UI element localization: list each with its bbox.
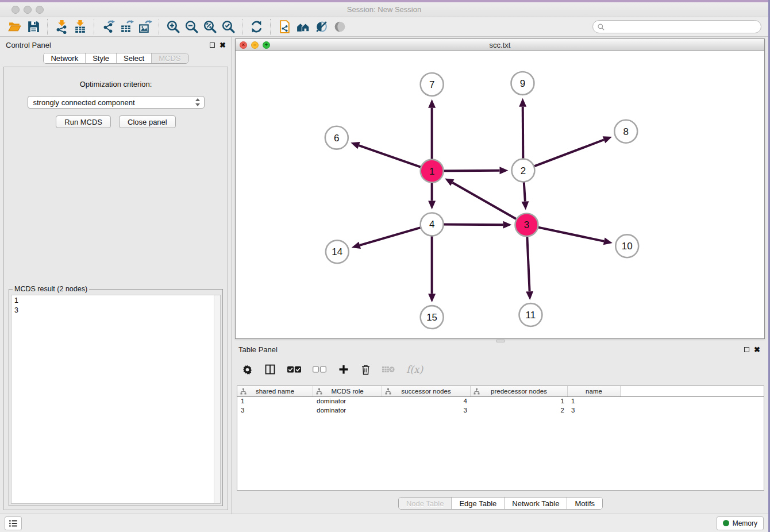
table-cell[interactable]: dominator	[313, 406, 382, 415]
mcds-result-text[interactable]: 13	[11, 295, 214, 503]
graph-node-label-8: 8	[623, 126, 629, 137]
tab-style[interactable]: Style	[86, 53, 117, 63]
column-header-label: shared name	[256, 388, 294, 395]
close-panel-button[interactable]: Close panel	[119, 115, 176, 128]
column-header-label: MCDS role	[331, 388, 363, 395]
column-tree-icon	[385, 388, 391, 395]
table-cell[interactable]: 1	[237, 397, 313, 406]
export-table-button[interactable]	[117, 18, 136, 36]
main-toolbar	[0, 17, 768, 37]
table-cell[interactable]: 4	[382, 397, 471, 406]
graph-node-label-14: 14	[332, 246, 342, 257]
status-bar: Memory	[0, 514, 768, 532]
mcds-result-scrollbar[interactable]	[214, 295, 220, 503]
table-cell[interactable]: 1	[471, 397, 568, 406]
show-style-button[interactable]	[312, 18, 330, 36]
node-table: shared nameMCDS rolesuccessor nodesprede…	[237, 385, 764, 491]
export-network-button[interactable]	[99, 18, 117, 36]
houses-icon	[296, 20, 310, 34]
control-panel-close-icon[interactable]: ✖	[220, 43, 226, 48]
graph-node-label-2: 2	[521, 165, 526, 176]
clone-network-button[interactable]	[275, 18, 294, 36]
save-session-button[interactable]	[24, 18, 43, 36]
tab-motifs[interactable]: Motifs	[567, 498, 602, 509]
save-icon	[26, 20, 41, 34]
export-table-icon	[120, 20, 134, 34]
tab-select[interactable]: Select	[117, 53, 152, 63]
open-session-button[interactable]	[6, 18, 24, 36]
import-network-button[interactable]	[52, 18, 71, 36]
memory-label: Memory	[733, 519, 757, 527]
node-table-header-row: shared nameMCDS rolesuccessor nodesprede…	[237, 386, 764, 397]
table-row[interactable]: 3dominator323	[237, 406, 764, 415]
mcds-result-groupbox: MCDS result (2 nodes) 13	[9, 289, 223, 506]
table-cell[interactable]: dominator	[313, 397, 382, 406]
table-cell[interactable]: 2	[471, 406, 568, 415]
network-graph: 7968124314101511	[236, 51, 764, 338]
arrowhead-1-2	[499, 167, 508, 174]
optimization-dropdown[interactable]: strongly connected component	[28, 96, 205, 109]
zoom-fit-button[interactable]	[201, 18, 219, 36]
import-table-button[interactable]	[71, 18, 89, 36]
table-cell[interactable]: 3	[568, 406, 621, 415]
control-panel-float-icon[interactable]	[210, 43, 215, 48]
zoom-in-button[interactable]	[164, 18, 182, 36]
memory-button[interactable]: Memory	[717, 516, 764, 530]
tab-mcds[interactable]: MCDS	[152, 53, 187, 63]
delete-rows-button[interactable]	[361, 364, 371, 375]
tab-edge-table[interactable]: Edge Table	[452, 498, 505, 509]
table-panel-float-icon[interactable]	[744, 347, 749, 352]
export-image-button[interactable]	[136, 18, 154, 36]
arrowhead-4-15	[428, 294, 436, 302]
function-builder-button-disabled[interactable]: f(x)	[406, 364, 423, 375]
deselect-all-columns-button[interactable]	[313, 366, 326, 373]
delete-column-button-disabled[interactable]	[382, 365, 395, 373]
delete-column-icon	[382, 365, 395, 373]
tab-node-table[interactable]: Node Table	[399, 498, 452, 509]
zoom-out-button[interactable]	[182, 18, 201, 36]
node-table-body: 1dominator4113dominator323	[237, 397, 764, 415]
search-input[interactable]	[592, 20, 761, 33]
mcds-result-title: MCDS result (2 nodes)	[13, 285, 89, 293]
trash-icon	[361, 364, 371, 375]
import-table-icon	[73, 20, 87, 34]
column-header-successor-nodes[interactable]: successor nodes	[382, 386, 471, 396]
show-all-networks-button[interactable]	[294, 18, 312, 36]
graph-node-label-15: 15	[426, 312, 437, 323]
desktop-edge-top	[0, 0, 770, 2]
table-row[interactable]: 1dominator411	[237, 397, 764, 406]
select-all-columns-button[interactable]	[287, 366, 301, 373]
edge-2-8	[523, 140, 604, 170]
run-mcds-button[interactable]: Run MCDS	[56, 115, 111, 128]
tab-network[interactable]: Network	[44, 53, 86, 63]
table-cell[interactable]: 3	[237, 406, 313, 415]
table-cell[interactable]: 3	[382, 406, 471, 415]
toolbar-separator	[242, 19, 242, 35]
table-panel-close-icon[interactable]: ✖	[754, 347, 760, 352]
column-header-MCDS-role[interactable]: MCDS role	[313, 386, 382, 396]
columns-icon	[264, 364, 276, 375]
network-window-titlebar[interactable]: × − + scc.txt	[236, 39, 764, 51]
zoom-selected-icon	[221, 20, 236, 34]
column-header-label: name	[586, 388, 602, 395]
zoom-selected-button[interactable]	[219, 18, 237, 36]
optimization-dropdown-value: strongly connected component	[33, 98, 135, 107]
column-tree-icon	[316, 388, 322, 395]
apply-layout-button[interactable]	[247, 18, 265, 36]
graph-node-label-4: 4	[429, 219, 434, 230]
column-header-name[interactable]: name	[568, 386, 621, 396]
zoom-in-icon	[166, 20, 180, 34]
arrowhead-1-4	[428, 201, 436, 209]
birds-eye-view-button[interactable]	[330, 18, 349, 36]
task-history-button[interactable]	[5, 516, 22, 530]
show-column-panel-button[interactable]	[264, 364, 276, 375]
column-header-predecessor-nodes[interactable]: predecessor nodes	[471, 386, 568, 396]
right-area: × − + scc.txt 7968124314101511 Table Pan…	[233, 37, 768, 514]
create-column-button[interactable]	[338, 364, 349, 375]
arrowhead-2-8	[603, 136, 612, 143]
table-cell[interactable]: 1	[568, 397, 621, 406]
table-options-button[interactable]	[242, 364, 253, 375]
tab-network-table[interactable]: Network Table	[505, 498, 567, 509]
open-folder-icon	[8, 20, 22, 34]
column-header-shared-name[interactable]: shared name	[237, 386, 313, 396]
